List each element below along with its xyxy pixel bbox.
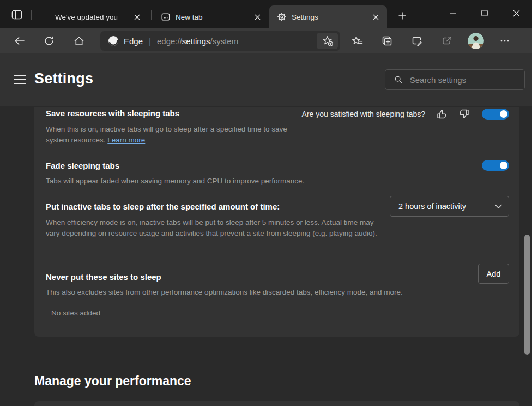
settings-search[interactable] bbox=[385, 69, 525, 90]
back-button[interactable] bbox=[10, 32, 28, 50]
add-favorite-button[interactable] bbox=[317, 33, 338, 49]
search-input[interactable] bbox=[410, 75, 519, 85]
workspaces-icon bbox=[11, 10, 22, 20]
scrollbar-thumb[interactable] bbox=[524, 235, 530, 355]
sleeping-tabs-description: When this is on, inactive tabs will go t… bbox=[46, 124, 292, 146]
edge-browser-window: We've updated you New tab bbox=[0, 0, 532, 406]
web-capture-button[interactable] bbox=[408, 32, 426, 50]
url-text: edge://settings/system bbox=[157, 37, 238, 46]
fade-tabs-description: Tabs will appear faded when saving memor… bbox=[46, 176, 395, 187]
new-tab-button[interactable] bbox=[394, 9, 411, 23]
search-icon bbox=[394, 75, 403, 85]
tab-actions-menu-button[interactable] bbox=[9, 8, 25, 22]
address-bar[interactable]: Edge | edge://settings/system bbox=[100, 31, 340, 51]
settings-menu-toggle[interactable] bbox=[13, 73, 27, 86]
plus-icon bbox=[398, 12, 406, 20]
url-host: settings bbox=[182, 37, 210, 46]
share-button[interactable] bbox=[438, 32, 456, 50]
thumbs-up-icon bbox=[436, 108, 448, 120]
url-path: /system bbox=[210, 37, 239, 46]
settings-menu-button[interactable] bbox=[495, 32, 514, 50]
fade-tabs-toggle[interactable] bbox=[482, 160, 509, 171]
share-icon bbox=[442, 35, 452, 46]
tab-settings-active[interactable]: Settings bbox=[269, 5, 387, 28]
home-button[interactable] bbox=[70, 32, 88, 50]
never-sleep-description: This also excludes sites from other perf… bbox=[46, 287, 471, 298]
tab-close-icon[interactable] bbox=[370, 11, 382, 23]
chevron-down-icon bbox=[495, 204, 502, 209]
thumbs-up-button[interactable] bbox=[435, 108, 449, 121]
sleep-timeout-description: When efficiency mode is on, inactive tab… bbox=[46, 217, 379, 239]
tab-title: Settings bbox=[292, 13, 318, 21]
close-window-button[interactable] bbox=[500, 0, 532, 26]
performance-section-heading: Manage your performance bbox=[34, 374, 191, 389]
close-icon bbox=[513, 10, 520, 17]
navigation-bar: Edge | edge://settings/system bbox=[0, 28, 532, 53]
thumbs-down-button[interactable] bbox=[457, 108, 471, 121]
feedback-question: Are you satisfied with sleeping tabs? bbox=[302, 110, 425, 118]
learn-more-link[interactable]: Learn more bbox=[107, 136, 145, 144]
tab-close-icon[interactable] bbox=[251, 11, 263, 23]
collections-icon bbox=[382, 35, 392, 46]
maximize-button[interactable] bbox=[469, 0, 500, 26]
home-icon bbox=[74, 35, 84, 46]
star-plus-icon bbox=[322, 35, 334, 47]
performance-card-top bbox=[34, 401, 519, 406]
minimize-button[interactable] bbox=[437, 0, 469, 26]
gear-icon bbox=[277, 12, 287, 22]
never-sleep-title: Never put these sites to sleep bbox=[46, 272, 161, 282]
edge-logo-icon bbox=[40, 12, 50, 22]
favorites-star-icon bbox=[352, 35, 363, 46]
add-site-button[interactable]: Add bbox=[478, 264, 509, 284]
maximize-icon bbox=[481, 10, 488, 16]
no-sites-label: No sites added bbox=[51, 309, 100, 317]
profile-avatar[interactable] bbox=[468, 33, 484, 49]
sleeping-tabs-card: Save resources with sleeping tabs Are yo… bbox=[34, 107, 519, 337]
page-title: Settings bbox=[34, 70, 93, 87]
dropdown-value: 2 hours of inactivity bbox=[398, 202, 466, 211]
address-divider: | bbox=[149, 37, 151, 46]
tab-updated-edge[interactable]: We've updated you bbox=[33, 5, 148, 28]
tab-new-tab[interactable]: New tab bbox=[153, 5, 269, 28]
collections-button[interactable] bbox=[378, 32, 396, 50]
window-controls bbox=[437, 0, 532, 26]
sleep-timeout-dropdown[interactable]: 2 hours of inactivity bbox=[390, 196, 509, 217]
sleeping-tabs-toggle[interactable] bbox=[482, 109, 509, 120]
settings-content: Save resources with sleeping tabs Are yo… bbox=[0, 107, 532, 406]
sleeping-tabs-feedback: Are you satisfied with sleeping tabs? bbox=[302, 108, 509, 121]
toolbar-icons bbox=[348, 32, 514, 50]
fade-tabs-title: Fade sleeping tabs bbox=[46, 161, 119, 170]
tab-title: We've updated you bbox=[55, 13, 126, 21]
web-capture-icon bbox=[412, 35, 422, 46]
new-tab-page-icon bbox=[161, 12, 171, 22]
ellipsis-icon bbox=[500, 36, 510, 46]
refresh-button[interactable] bbox=[40, 32, 58, 50]
back-arrow-icon bbox=[14, 35, 25, 46]
refresh-icon bbox=[44, 35, 55, 46]
favorites-button[interactable] bbox=[348, 32, 366, 50]
sleep-timeout-title: Put inactive tabs to sleep after the spe… bbox=[46, 202, 280, 211]
edge-white-logo-icon bbox=[108, 35, 119, 46]
sleeping-tabs-title: Save resources with sleeping tabs bbox=[46, 109, 179, 118]
minimize-icon bbox=[450, 10, 456, 16]
tab-strip: We've updated you New tab bbox=[0, 0, 532, 28]
hamburger-icon bbox=[14, 75, 26, 76]
tab-title: New tab bbox=[176, 13, 203, 21]
url-scheme: edge:// bbox=[157, 37, 182, 46]
tab-separator bbox=[31, 10, 32, 20]
tab-close-icon[interactable] bbox=[131, 11, 143, 23]
tab-separator bbox=[151, 10, 152, 20]
avatar-photo bbox=[468, 33, 484, 49]
thumbs-down-icon bbox=[458, 108, 470, 120]
site-name-label: Edge bbox=[124, 37, 143, 46]
